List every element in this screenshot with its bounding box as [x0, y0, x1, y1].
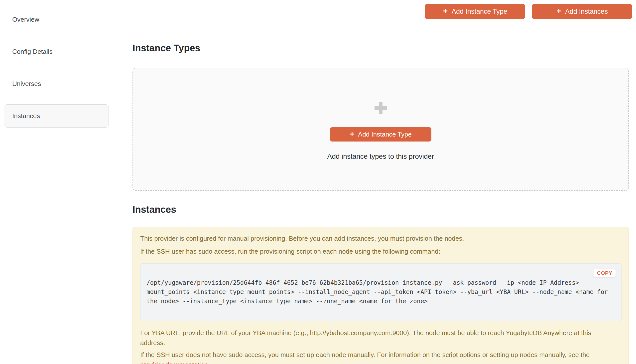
sidebar-item-universes[interactable]: Universes: [4, 72, 109, 96]
notice-paragraph-2: If the SSH user has sudo access, run the…: [140, 246, 621, 256]
provision-command-text: /opt/yugaware/provision/25d644fb-486f-46…: [146, 279, 608, 305]
add-instance-type-button-label: Add Instance Type: [452, 8, 507, 16]
plus-icon: [443, 8, 448, 16]
provider-documentation-link[interactable]: provider documentation.: [140, 360, 621, 364]
sidebar-item-label: Config Details: [12, 48, 53, 56]
sidebar-item-label: Universes: [12, 80, 41, 88]
sidebar-item-overview[interactable]: Overview: [4, 8, 109, 31]
notice-paragraph-1: This provider is configured for manual p…: [140, 234, 621, 244]
notice-paragraph-4-text: If the SSH user does not have sudo acces…: [140, 350, 621, 360]
sidebar: Overview Config Details Universes Instan…: [0, 0, 120, 364]
sidebar-item-instances[interactable]: Instances: [4, 104, 109, 128]
add-instances-button[interactable]: Add Instances: [532, 4, 632, 19]
add-instances-button-label: Add Instances: [565, 8, 608, 16]
add-instance-type-empty-button[interactable]: Add Instance Type: [330, 127, 432, 142]
copy-button[interactable]: COPY: [593, 269, 616, 277]
main-content: Add Instance Type Add Instances Instance…: [120, 0, 636, 364]
sidebar-item-label: Instances: [12, 112, 40, 120]
notice-paragraph-3: For YBA URL, provide the URL of your YBA…: [140, 328, 621, 348]
plus-icon: [373, 101, 388, 116]
sidebar-item-label: Overview: [12, 16, 39, 24]
empty-state-caption: Add instance types to this provider: [133, 152, 628, 160]
add-instance-type-button[interactable]: Add Instance Type: [425, 4, 525, 19]
notice-paragraph-4: If the SSH user does not have sudo acces…: [140, 350, 621, 364]
instance-types-empty-state: Add Instance Type Add instance types to …: [132, 68, 629, 191]
provisioning-notice: This provider is configured for manual p…: [132, 227, 629, 364]
plus-icon: [556, 8, 562, 16]
plus-icon: [350, 130, 355, 138]
add-instance-type-empty-button-label: Add Instance Type: [358, 130, 412, 138]
sidebar-item-config-details[interactable]: Config Details: [4, 40, 109, 63]
instances-title: Instances: [132, 204, 629, 215]
provision-command-block: /opt/yugaware/provision/25d644fb-486f-46…: [140, 263, 621, 321]
toolbar: Add Instance Type Add Instances: [425, 4, 632, 19]
instance-types-title: Instance Types: [132, 42, 629, 54]
